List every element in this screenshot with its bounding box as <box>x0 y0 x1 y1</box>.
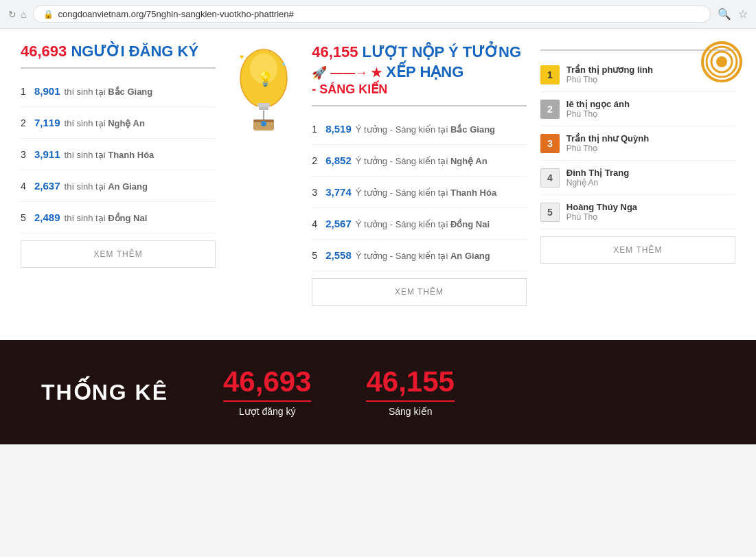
main-content: 46,693 NGƯỜI ĐĂNG KÝ 1 8,901 thí sinh tạ… <box>0 29 756 444</box>
home-icon[interactable]: ⌂ <box>21 9 26 20</box>
stat-desc: thí sinh tại An Giang <box>65 181 148 192</box>
stat-number: 2,637 <box>34 180 60 192</box>
footer-content: THỐNG KÊ 46,693 Lượt đăng ký 46,155 Sáng… <box>41 367 715 417</box>
stat-desc: thí sinh tại Thanh Hóa <box>65 150 154 160</box>
stat-location: Nghệ An <box>108 118 145 128</box>
stat-desc: Ý tưởng - Sáng kiến tại Bắc Giang <box>356 124 495 135</box>
footer-sangkien-number: 46,155 <box>366 367 454 396</box>
list-item: 1 8,519 Ý tưởng - Sáng kiến tại Bắc Gian… <box>312 113 527 145</box>
svg-text:💡: 💡 <box>257 71 274 87</box>
stat-number: 8,519 <box>325 123 352 135</box>
rank-badge: 2 <box>540 100 560 119</box>
browser-nav-icons: ↻ ⌂ <box>8 9 26 20</box>
stat-location: Bắc Giang <box>108 87 152 97</box>
stat-desc: Ý tưởng - Sáng kiến tại An Giang <box>356 251 490 261</box>
browser-right-icons: 🔍 ☆ <box>718 8 748 21</box>
footer-title: THỐNG KÊ <box>41 379 168 405</box>
rank-province: Phú Thọ <box>566 75 653 84</box>
stat-location: Nghệ An <box>450 156 488 166</box>
stat-number: 6,852 <box>325 155 352 166</box>
luotnop-xem-them-button[interactable]: XEM THÊM <box>312 278 527 306</box>
rank-number: 3 <box>312 187 321 198</box>
address-bar[interactable]: 🔒 congdoanvietnam.org/75nghin-sangkien-v… <box>33 5 711 23</box>
rank-number: 2 <box>312 155 321 166</box>
list-item: 5 2,558 Ý tưởng - Sáng kiến tại An Giang <box>312 240 527 271</box>
stat-desc: Ý tưởng - Sáng kiến tại Đồng Nai <box>356 219 490 229</box>
svg-point-3 <box>716 56 727 67</box>
list-item: 5 2,489 thí sinh tại Đồng Nai <box>21 202 216 234</box>
rank-badge: 1 <box>540 65 560 84</box>
svg-rect-8 <box>259 107 268 110</box>
rank-name: Trần thị phương linh <box>566 65 653 75</box>
stat-location: Thanh Hóa <box>450 187 496 198</box>
rank-number: 1 <box>21 86 30 97</box>
luotnop-label: LƯỢT NỘP Ý TƯỞNG <box>363 43 522 60</box>
lock-icon: 🔒 <box>43 10 54 19</box>
footer-stat-sangkien: 46,155 Sáng kiến <box>366 367 454 417</box>
rank-badge: 3 <box>540 134 560 153</box>
footer-dangky-number: 46,693 <box>223 367 311 396</box>
rank-name: Trần thị như Quỳnh <box>566 133 649 144</box>
stat-number: 2,489 <box>34 212 60 223</box>
balloon-illustration: ✦ ✦ · 💡 <box>229 43 298 306</box>
rank-name: Hoàng Thúy Nga <box>566 202 637 212</box>
luotnop-list: 1 8,519 Ý tưởng - Sáng kiến tại Bắc Gian… <box>312 113 527 271</box>
footer-dangky-label: Lượt đăng ký <box>223 400 311 417</box>
rank-number: 5 <box>21 212 30 223</box>
col-dangky: 46,693 NGƯỜI ĐĂNG KÝ 1 8,901 thí sinh tạ… <box>21 43 216 306</box>
rank-info: Trần thị phương linh Phú Thọ <box>566 65 653 84</box>
dangky-list: 1 8,901 thí sinh tại Bắc Giang 2 7,119 t… <box>21 76 216 234</box>
rank-province: Phú Thọ <box>566 109 630 119</box>
balloon-svg: ✦ ✦ · 💡 <box>233 43 295 132</box>
list-item: 1 8,901 thí sinh tại Bắc Giang <box>21 76 216 107</box>
footer-stats: THỐNG KÊ 46,693 Lượt đăng ký 46,155 Sáng… <box>0 340 756 444</box>
luotnop-count: 46,155 <box>312 43 358 60</box>
luotnop-header: 46,155 LƯỢT NỘP Ý TƯỞNG 🚀 ——→ ★ XẾP HẠNG… <box>312 43 527 98</box>
rank-list-item: 3 Trần thị như Quỳnh Phú Thọ <box>540 126 735 161</box>
rank-province: Nghệ An <box>566 178 629 187</box>
target-icon <box>701 41 742 82</box>
list-item: 3 3,911 thí sinh tại Thanh Hóa <box>21 139 216 170</box>
stat-location: Bắc Giang <box>450 124 495 135</box>
stat-number: 2,567 <box>325 218 352 229</box>
stat-desc: thí sinh tại Bắc Giang <box>65 87 153 97</box>
gap-section <box>0 319 756 340</box>
stat-location: Đồng Nai <box>450 219 490 229</box>
svg-text:✦: ✦ <box>281 60 286 68</box>
rank-number: 3 <box>21 149 30 160</box>
dangky-count: 46,693 <box>21 43 67 60</box>
stat-desc: Ý tưởng - Sáng kiến tại Thanh Hóa <box>356 187 496 198</box>
rank-number: 2 <box>21 117 30 128</box>
stat-location: Đồng Nai <box>108 213 147 223</box>
bookmark-icon[interactable]: ☆ <box>738 8 748 21</box>
rank-badge: 5 <box>540 203 560 222</box>
luotnop-divider <box>312 105 527 106</box>
list-item: 3 3,774 Ý tưởng - Sáng kiến tại Thanh Hó… <box>312 177 527 208</box>
dangky-divider <box>21 67 216 69</box>
stat-number: 7,119 <box>34 117 60 128</box>
stat-number: 2,558 <box>325 249 352 261</box>
dangky-xem-them-button[interactable]: XEM THÊM <box>21 240 216 268</box>
rank-list-item: 4 Đinh Thị Trang Nghệ An <box>540 161 735 195</box>
stat-location: An Giang <box>450 251 490 261</box>
search-icon[interactable]: 🔍 <box>718 8 731 21</box>
rank-number: 4 <box>312 218 321 229</box>
stat-desc: thí sinh tại Nghệ An <box>65 118 145 128</box>
refresh-icon[interactable]: ↻ <box>8 9 16 20</box>
rank-info: Đinh Thị Trang Nghệ An <box>566 168 629 187</box>
svg-text:·: · <box>275 48 277 54</box>
sangkien-label: - SÁNG KIẾN <box>312 82 527 98</box>
stat-number: 8,901 <box>34 85 60 97</box>
rank-list-item: 2 lê thị ngọc ánh Phú Thọ <box>540 92 735 126</box>
stat-desc: Ý tưởng - Sáng kiến tại Nghệ An <box>356 156 488 166</box>
dangky-header: 46,693 NGƯỜI ĐĂNG KÝ <box>21 43 216 60</box>
rank-number: 4 <box>21 181 30 192</box>
stat-desc: thí sinh tại Đồng Nai <box>65 213 148 223</box>
footer-stat-dangky: 46,693 Lượt đăng ký <box>223 367 311 417</box>
xephang-xem-them-button[interactable]: XEM THÊM <box>540 236 735 264</box>
footer-sangkien-label: Sáng kiến <box>366 400 454 417</box>
rank-number: 1 <box>312 124 321 135</box>
rank-province: Phú Thọ <box>566 144 649 153</box>
stat-number: 3,911 <box>34 148 60 160</box>
svg-text:✦: ✦ <box>238 52 245 62</box>
